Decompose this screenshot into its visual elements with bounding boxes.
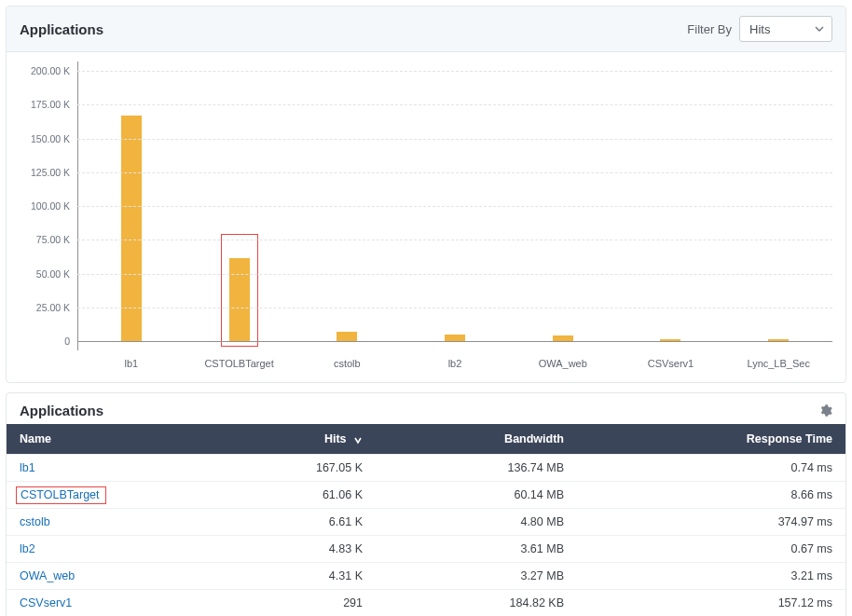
chart-panel-header: Applications Filter By Hits bbox=[7, 7, 845, 52]
cell-response_time: 157.12 ms bbox=[577, 590, 845, 617]
table-row: CSTOLBTarget61.06 K60.14 MB8.66 ms bbox=[7, 482, 845, 509]
x-tick-label: cstolb bbox=[293, 350, 401, 369]
chart-area: 025.00 K50.00 K75.00 K100.00 K125.00 K15… bbox=[20, 62, 832, 350]
sort-down-icon bbox=[353, 432, 363, 445]
applications-table-panel: Applications Name Hits Bandwidth Respon bbox=[6, 392, 846, 616]
y-tick-label: 100.00 K bbox=[31, 200, 70, 212]
cell-bandwidth: 3.61 MB bbox=[376, 536, 577, 563]
x-tick-label: OWA_web bbox=[509, 350, 617, 369]
y-tick-label: 175.00 K bbox=[31, 99, 70, 110]
x-tick-label: Lync_LB_Sec bbox=[724, 350, 832, 369]
y-tick-label: 150.00 K bbox=[31, 133, 70, 144]
chart-baseline bbox=[77, 341, 832, 342]
x-tick-label: lb2 bbox=[401, 350, 509, 369]
chevron-down-icon bbox=[815, 24, 824, 34]
cell-bandwidth: 184.82 KB bbox=[376, 590, 577, 617]
chart-gridline bbox=[77, 139, 832, 140]
row-highlight-box: CSTOLBTarget bbox=[16, 486, 106, 504]
bar[interactable] bbox=[337, 332, 357, 341]
table-panel-title: Applications bbox=[20, 403, 103, 418]
filter-by-label: Filter By bbox=[687, 22, 732, 36]
y-tick-label: 200.00 K bbox=[31, 65, 70, 76]
chart-gridline bbox=[77, 104, 832, 105]
cell-hits: 6.61 K bbox=[225, 509, 376, 536]
bar[interactable] bbox=[229, 258, 250, 341]
cell-hits: 61.06 K bbox=[225, 482, 376, 509]
application-link[interactable]: lb2 bbox=[20, 542, 35, 555]
bar[interactable] bbox=[445, 335, 465, 341]
table-header-row: Name Hits Bandwidth Response Time bbox=[7, 424, 845, 455]
cell-hits: 167.05 K bbox=[225, 455, 376, 482]
table-row: cstolb6.61 K4.80 MB374.97 ms bbox=[7, 509, 845, 536]
chart-gridline bbox=[77, 308, 832, 308]
applications-chart-panel: Applications Filter By Hits 025.00 K50.0… bbox=[6, 6, 846, 383]
cell-hits: 4.83 K bbox=[225, 536, 376, 563]
chart-y-axis: 025.00 K50.00 K75.00 K100.00 K125.00 K15… bbox=[20, 62, 77, 350]
y-tick-label: 0 bbox=[64, 335, 70, 347]
cell-name: lb1 bbox=[7, 455, 225, 482]
cell-response_time: 8.66 ms bbox=[577, 482, 845, 509]
application-link[interactable]: cstolb bbox=[20, 515, 50, 528]
cell-hits: 4.31 K bbox=[225, 563, 376, 590]
y-tick-label: 50.00 K bbox=[36, 268, 70, 280]
col-header-response-time[interactable]: Response Time bbox=[577, 424, 845, 455]
table-panel-header: Applications bbox=[7, 393, 845, 424]
col-header-name[interactable]: Name bbox=[7, 424, 225, 455]
cell-response_time: 0.67 ms bbox=[577, 536, 845, 563]
chart-gridline bbox=[77, 274, 832, 275]
chart-panel-title: Applications bbox=[20, 21, 103, 37]
y-tick-label: 25.00 K bbox=[36, 302, 70, 313]
cell-bandwidth: 136.74 MB bbox=[376, 455, 577, 482]
chart-gridline bbox=[77, 240, 832, 240]
cell-bandwidth: 3.27 MB bbox=[376, 563, 577, 590]
gear-icon[interactable] bbox=[818, 404, 832, 418]
cell-bandwidth: 4.80 MB bbox=[376, 509, 577, 536]
application-link[interactable]: lb1 bbox=[20, 461, 35, 474]
applications-table: Name Hits Bandwidth Response Time lb1167… bbox=[7, 424, 845, 616]
table-row: OWA_web4.31 K3.27 MB3.21 ms bbox=[7, 563, 845, 590]
table-row: CSVserv1291184.82 KB157.12 ms bbox=[7, 590, 845, 617]
col-header-bandwidth[interactable]: Bandwidth bbox=[376, 424, 577, 455]
cell-name: CSTOLBTarget bbox=[7, 482, 225, 509]
cell-response_time: 0.74 ms bbox=[577, 455, 845, 482]
cell-name: OWA_web bbox=[7, 563, 225, 590]
y-tick-label: 75.00 K bbox=[36, 234, 70, 245]
col-header-hits[interactable]: Hits bbox=[225, 424, 376, 455]
filter-by-select[interactable]: Hits bbox=[739, 16, 832, 42]
filter-by-group: Filter By Hits bbox=[687, 16, 832, 42]
table-row: lb1167.05 K136.74 MB0.74 ms bbox=[7, 455, 845, 482]
cell-response_time: 3.21 ms bbox=[577, 563, 845, 590]
application-link[interactable]: CSVserv1 bbox=[20, 596, 72, 609]
filter-by-value: Hits bbox=[749, 22, 770, 36]
chart-gridline bbox=[77, 71, 832, 72]
cell-hits: 291 bbox=[225, 590, 376, 617]
x-tick-label: lb1 bbox=[77, 350, 186, 369]
cell-response_time: 374.97 ms bbox=[577, 509, 845, 536]
y-tick-label: 125.00 K bbox=[31, 167, 70, 178]
cell-name: lb2 bbox=[7, 536, 225, 563]
cell-bandwidth: 60.14 MB bbox=[376, 482, 577, 509]
chart-plot bbox=[77, 62, 832, 350]
chart-gridline bbox=[77, 206, 832, 207]
chart-x-labels: lb1CSTOLBTargetcstolblb2OWA_webCSVserv1L… bbox=[77, 350, 832, 369]
chart-gridline bbox=[77, 172, 832, 173]
chart-body: 025.00 K50.00 K75.00 K100.00 K125.00 K15… bbox=[7, 52, 845, 382]
application-link[interactable]: CSTOLBTarget bbox=[21, 488, 100, 501]
table-row: lb24.83 K3.61 MB0.67 ms bbox=[7, 536, 845, 563]
x-tick-label: CSVserv1 bbox=[617, 350, 725, 369]
application-link[interactable]: OWA_web bbox=[20, 569, 75, 582]
cell-name: cstolb bbox=[7, 509, 225, 536]
x-tick-label: CSTOLBTarget bbox=[186, 350, 294, 369]
cell-name: CSVserv1 bbox=[7, 590, 225, 617]
